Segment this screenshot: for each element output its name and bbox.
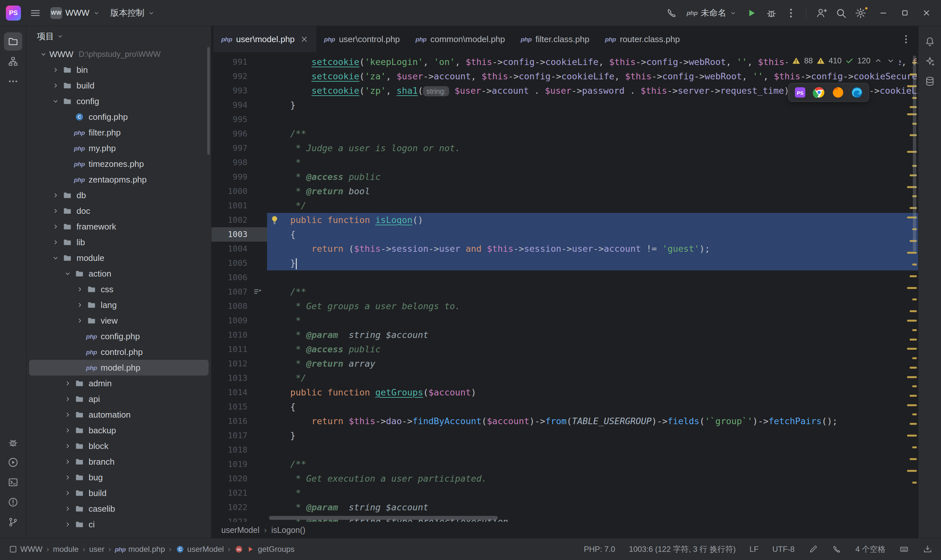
tree-item-control.php[interactable]: phpcontrol.php <box>29 344 208 360</box>
warning-stripe-mark[interactable] <box>910 423 917 425</box>
warning-stripe-mark[interactable] <box>910 458 917 460</box>
warning-stripe-mark[interactable] <box>910 395 917 397</box>
run-tool-button[interactable] <box>4 453 22 472</box>
tree-item-filter.php[interactable]: phpfilter.php <box>29 125 208 140</box>
project-tool-button[interactable] <box>4 32 22 51</box>
chevron-right-icon[interactable] <box>74 315 86 326</box>
chevron-right-icon[interactable] <box>50 189 62 201</box>
code-line[interactable]: * @access public <box>267 342 918 357</box>
chevron-right-icon[interactable] <box>62 393 74 405</box>
code-line[interactable]: /** <box>267 127 918 141</box>
next-issue-icon[interactable] <box>886 56 895 65</box>
code-line[interactable]: /** <box>267 285 918 299</box>
code-line[interactable]: * @param string $account <box>267 328 918 342</box>
code-line[interactable]: return $this->dao->findByAccount($accoun… <box>267 414 918 428</box>
chevron-right-icon[interactable] <box>62 456 74 468</box>
notifications-button[interactable] <box>921 32 939 51</box>
run-button[interactable] <box>746 7 757 19</box>
phone-debug-listener-icon[interactable] <box>666 7 677 19</box>
tree-item-block[interactable]: block <box>29 438 208 454</box>
chevron-right-icon[interactable] <box>62 487 74 499</box>
code-line[interactable] <box>267 112 918 127</box>
code-line[interactable]: * <box>267 314 918 328</box>
more-tools-button[interactable] <box>4 72 22 91</box>
chevron-right-icon[interactable] <box>74 299 86 311</box>
phpstorm-browser-icon[interactable]: PS <box>794 86 807 99</box>
tree-item-backup[interactable]: backup <box>29 423 208 438</box>
run-configuration-selector[interactable]: php 未命名 <box>683 5 740 21</box>
code-line[interactable] <box>267 443 918 457</box>
caret-position[interactable]: 1003:6 (122 字符, 3 行 换行符) <box>629 544 736 554</box>
tree-item-css[interactable]: css <box>29 282 208 297</box>
code-line[interactable]: * <box>267 486 918 500</box>
chevron-down-icon[interactable] <box>38 48 49 60</box>
tab-user-control.php[interactable]: phpuser\control.php <box>316 26 408 52</box>
debug-listener-icon[interactable] <box>832 544 842 554</box>
tree-item-caselib[interactable]: caselib <box>29 501 208 517</box>
firefox-browser-icon[interactable] <box>831 86 845 99</box>
code-line[interactable]: * <box>267 155 918 170</box>
tab-options-icon[interactable] <box>901 34 912 45</box>
code-line[interactable]: * Get execution a user participated. <box>267 472 918 486</box>
code-line[interactable]: public function getGroups($account) <box>267 385 918 400</box>
search-everywhere-icon[interactable] <box>835 7 847 19</box>
warning-stripe-mark[interactable] <box>907 287 917 289</box>
warning-stripe-mark[interactable] <box>907 252 917 254</box>
warning-stripe-mark[interactable] <box>907 435 917 437</box>
settings-gear-button[interactable] <box>852 7 869 19</box>
close-button[interactable] <box>919 6 934 21</box>
warning-stripe-mark[interactable] <box>907 376 917 378</box>
tree-item-bin[interactable]: bin <box>29 62 208 78</box>
warning-stripe-mark[interactable] <box>912 482 917 484</box>
chrome-browser-icon[interactable] <box>813 86 825 99</box>
edge-browser-icon[interactable] <box>850 86 864 99</box>
chevron-right-icon[interactable] <box>62 377 74 389</box>
tree-item-config.php[interactable]: phpconfig.php <box>29 328 208 344</box>
readonly-toggle-icon[interactable] <box>808 544 818 554</box>
code-line[interactable]: { <box>267 227 918 242</box>
code-with-me-icon[interactable] <box>816 7 827 19</box>
editor-horizontal-scrollbar[interactable] <box>269 516 498 520</box>
vcs-widget[interactable]: 版本控制 <box>106 5 159 21</box>
warning-stripe-mark[interactable] <box>912 329 917 331</box>
code-line[interactable]: * Judge a user is logon or not. <box>267 141 918 155</box>
chevron-right-icon[interactable] <box>62 409 74 421</box>
project-selector[interactable]: WW WWW <box>46 5 104 22</box>
keyboard-icon[interactable] <box>899 544 909 554</box>
tree-item-api[interactable]: api <box>29 391 208 407</box>
tree-item-doc[interactable]: doc <box>29 203 208 219</box>
background-tasks-icon[interactable] <box>923 544 932 554</box>
debug-button[interactable] <box>765 7 777 19</box>
tree-item-lib[interactable]: lib <box>29 234 208 250</box>
warning-stripe-mark[interactable] <box>912 357 917 359</box>
code-line[interactable] <box>267 270 918 285</box>
code-line[interactable]: } <box>267 428 918 443</box>
status-breadcrumb-item[interactable]: WWW <box>9 545 43 554</box>
warning-stripe-mark[interactable] <box>910 310 917 312</box>
editor-vertical-scrollbar[interactable] <box>913 55 916 251</box>
tree-item-bug[interactable]: bug <box>29 469 208 485</box>
tree-item-admin[interactable]: admin <box>29 375 208 391</box>
chevron-right-icon[interactable] <box>62 503 74 515</box>
ai-assistant-button[interactable] <box>921 52 939 71</box>
tree-item-module[interactable]: module <box>29 250 208 266</box>
chevron-down-icon[interactable] <box>50 95 62 107</box>
structure-tool-button[interactable] <box>4 52 22 71</box>
tab-filter.class.php[interactable]: phpfilter.class.php <box>513 26 597 52</box>
code-line[interactable]: * @return bool <box>267 184 918 198</box>
tree-item-zentaopms.php[interactable]: phpzentaopms.php <box>29 172 208 188</box>
tree-item-view[interactable]: view <box>29 313 208 328</box>
warning-stripe-mark[interactable] <box>907 470 917 472</box>
chevron-right-icon[interactable] <box>50 205 62 217</box>
warning-stripe-mark[interactable] <box>910 367 917 369</box>
code-line[interactable]: * @access public <box>267 170 918 184</box>
tree-item-config.php[interactable]: Cconfig.php <box>29 109 208 125</box>
code-line[interactable]: * @param string $account <box>267 500 918 515</box>
code-line[interactable]: setcookie('za', $user->account, $this->c… <box>267 69 918 84</box>
minimize-button[interactable] <box>876 6 891 21</box>
warning-stripe-mark[interactable] <box>912 298 917 300</box>
chevron-right-icon[interactable] <box>62 425 74 436</box>
status-breadcrumb-item[interactable]: CuserModel <box>176 545 224 554</box>
warning-stripe-mark[interactable] <box>912 263 917 265</box>
status-breadcrumb-item[interactable]: mgetGroups <box>234 545 295 554</box>
